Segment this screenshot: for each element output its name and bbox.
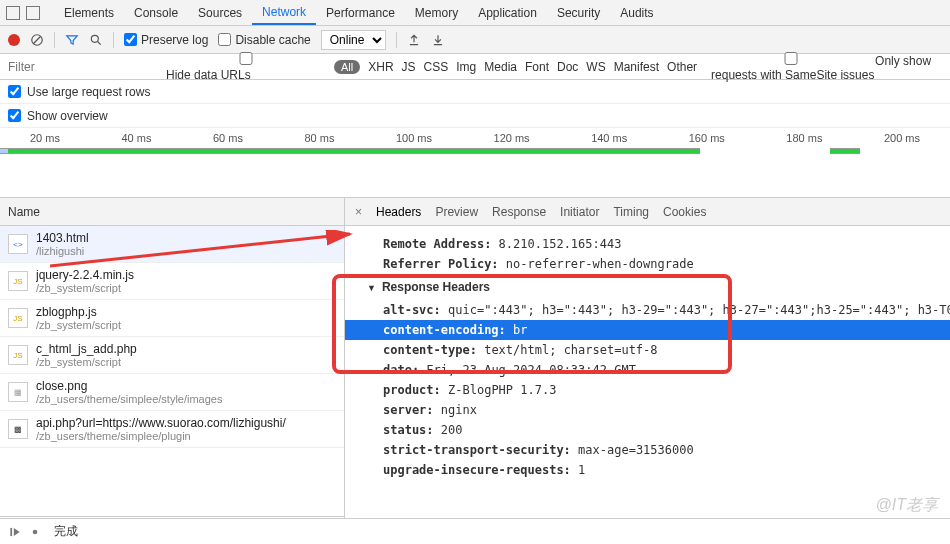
download-icon[interactable] <box>431 33 445 47</box>
doc-icon: <> <box>8 234 28 254</box>
svg-point-6 <box>33 529 38 534</box>
qr-icon: ▩ <box>8 419 28 439</box>
option-large-rows[interactable]: Use large request rows <box>0 80 950 104</box>
request-row-close-png[interactable]: ▦ close.png/zb_users/theme/simplee/style… <box>0 374 344 411</box>
tab-memory[interactable]: Memory <box>405 2 468 24</box>
js-icon: JS <box>8 308 28 328</box>
filter-xhr[interactable]: XHR <box>368 60 393 74</box>
response-headers-section[interactable]: Response Headers <box>357 274 938 300</box>
record-button[interactable] <box>8 34 20 46</box>
filter-css[interactable]: CSS <box>424 60 449 74</box>
upload-icon[interactable] <box>407 33 421 47</box>
tick: 40 ms <box>121 132 151 144</box>
hide-data-urls-checkbox[interactable]: Hide data URLs <box>166 52 326 82</box>
tick: 100 ms <box>396 132 432 144</box>
tab-network[interactable]: Network <box>252 1 316 25</box>
request-name: close.png <box>36 379 222 393</box>
throttle-select[interactable]: Online <box>321 30 386 50</box>
tab-console[interactable]: Console <box>124 2 188 24</box>
timeline-bar-late <box>830 148 860 154</box>
js-icon: JS <box>8 271 28 291</box>
svg-line-3 <box>98 41 101 44</box>
filter-ws[interactable]: WS <box>586 60 605 74</box>
header-remote-address: Remote Address: 8.210.152.165:443 <box>357 234 938 254</box>
separator <box>113 32 114 48</box>
tab-preview[interactable]: Preview <box>435 205 478 219</box>
step-icon[interactable] <box>28 525 42 539</box>
request-row-zblogphp[interactable]: JS zblogphp.js/zb_system/script <box>0 300 344 337</box>
step-controls <box>8 525 42 539</box>
header-date: date: Fri, 23 Aug 2024 08:33:42 GMT <box>357 360 938 380</box>
status-text: 完成 <box>54 523 78 540</box>
request-path: /lizhigushi <box>36 245 89 257</box>
tab-response[interactable]: Response <box>492 205 546 219</box>
preserve-log-checkbox[interactable]: Preserve log <box>124 33 208 47</box>
dock-icon-1[interactable] <box>6 6 20 20</box>
request-path: /zb_system/script <box>36 356 137 368</box>
hide-data-urls-label: Hide data URLs <box>166 68 251 82</box>
filter-font[interactable]: Font <box>525 60 549 74</box>
large-rows-label: Use large request rows <box>27 85 150 99</box>
filter-bar: Hide data URLs All XHR JS CSS Img Media … <box>0 54 950 80</box>
close-detail-button[interactable]: × <box>355 205 362 219</box>
tick: 200 ms <box>884 132 920 144</box>
request-row-chtml[interactable]: JS c_html_js_add.php/zb_system/script <box>0 337 344 374</box>
header-uir: upgrade-insecure-requests: 1 <box>357 460 938 480</box>
tab-sources[interactable]: Sources <box>188 2 252 24</box>
tab-performance[interactable]: Performance <box>316 2 405 24</box>
header-content-type: content-type: text/html; charset=utf-8 <box>357 340 938 360</box>
request-row-jquery[interactable]: JS jquery-2.2.4.min.js/zb_system/script <box>0 263 344 300</box>
timeline-bar-main <box>0 148 700 154</box>
status-bar: 完成 <box>0 518 950 544</box>
clear-icon[interactable] <box>30 33 44 47</box>
filter-js[interactable]: JS <box>402 60 416 74</box>
request-name: jquery-2.2.4.min.js <box>36 268 134 282</box>
tab-headers[interactable]: Headers <box>376 205 421 219</box>
request-path: /zb_users/theme/simplee/plugin <box>36 430 286 442</box>
svg-rect-5 <box>10 527 12 535</box>
tab-application[interactable]: Application <box>468 2 547 24</box>
timeline-overview[interactable]: 20 ms 40 ms 60 ms 80 ms 100 ms 120 ms 14… <box>0 128 950 198</box>
request-name: c_html_js_add.php <box>36 342 137 356</box>
request-path: /zb_system/script <box>36 319 121 331</box>
samesite-checkbox[interactable]: Only show requests with SameSite issues <box>711 52 942 82</box>
option-show-overview[interactable]: Show overview <box>0 104 950 128</box>
filter-media[interactable]: Media <box>484 60 517 74</box>
tab-timing[interactable]: Timing <box>613 205 649 219</box>
resume-icon[interactable] <box>8 525 22 539</box>
filter-manifest[interactable]: Manifest <box>614 60 659 74</box>
tick: 20 ms <box>30 132 60 144</box>
tick: 180 ms <box>786 132 822 144</box>
filter-icon[interactable] <box>65 33 79 47</box>
tab-cookies[interactable]: Cookies <box>663 205 706 219</box>
preserve-log-label: Preserve log <box>141 33 208 47</box>
tab-security[interactable]: Security <box>547 2 610 24</box>
request-name: 1403.html <box>36 231 89 245</box>
tab-initiator[interactable]: Initiator <box>560 205 599 219</box>
tab-audits[interactable]: Audits <box>610 2 663 24</box>
dock-icon-2[interactable] <box>26 6 40 20</box>
js-icon: JS <box>8 345 28 365</box>
request-detail-panel: × Headers Preview Response Initiator Tim… <box>345 198 950 544</box>
dock-icons <box>6 6 40 20</box>
disable-cache-label: Disable cache <box>235 33 310 47</box>
devtools-main-tabs: Elements Console Sources Network Perform… <box>0 0 950 26</box>
request-row-1403-html[interactable]: <> 1403.html/lizhigushi <box>0 226 344 263</box>
tick: 140 ms <box>591 132 627 144</box>
filter-img[interactable]: Img <box>456 60 476 74</box>
header-content-encoding: content-encoding: br <box>345 320 950 340</box>
name-column-header[interactable]: Name <box>0 198 344 226</box>
search-icon[interactable] <box>89 33 103 47</box>
filter-all[interactable]: All <box>334 60 360 74</box>
headers-body[interactable]: Remote Address: 8.210.152.165:443 Referr… <box>345 226 950 544</box>
separator <box>396 32 397 48</box>
filter-input[interactable] <box>8 60 158 74</box>
tab-elements[interactable]: Elements <box>54 2 124 24</box>
disable-cache-checkbox[interactable]: Disable cache <box>218 33 310 47</box>
request-name: zblogphp.js <box>36 305 121 319</box>
filter-doc[interactable]: Doc <box>557 60 578 74</box>
filter-other[interactable]: Other <box>667 60 697 74</box>
tick: 120 ms <box>494 132 530 144</box>
header-status: status: 200 <box>357 420 938 440</box>
request-row-api[interactable]: ▩ api.php?url=https://www.suorao.com/liz… <box>0 411 344 448</box>
